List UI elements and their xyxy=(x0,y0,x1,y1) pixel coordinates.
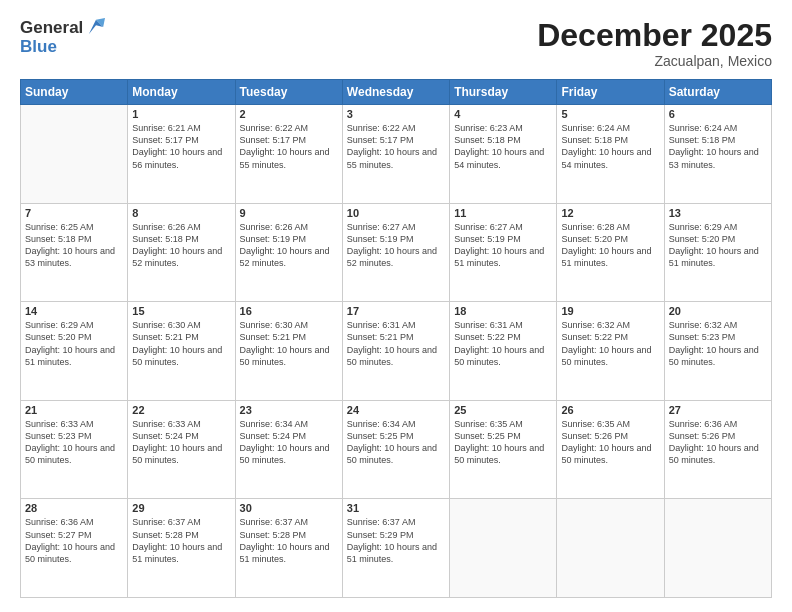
location-subtitle: Zacualpan, Mexico xyxy=(537,53,772,69)
header-saturday: Saturday xyxy=(664,80,771,105)
day-info: Sunrise: 6:36 AMSunset: 5:27 PMDaylight:… xyxy=(25,516,123,565)
day-number: 30 xyxy=(240,502,338,514)
logo: General Blue xyxy=(20,18,105,57)
day-number: 14 xyxy=(25,305,123,317)
day-info: Sunrise: 6:21 AMSunset: 5:17 PMDaylight:… xyxy=(132,122,230,171)
day-info: Sunrise: 6:26 AMSunset: 5:18 PMDaylight:… xyxy=(132,221,230,270)
calendar-week-row: 28Sunrise: 6:36 AMSunset: 5:27 PMDayligh… xyxy=(21,499,772,598)
header-wednesday: Wednesday xyxy=(342,80,449,105)
header-thursday: Thursday xyxy=(450,80,557,105)
day-number: 9 xyxy=(240,207,338,219)
header-monday: Monday xyxy=(128,80,235,105)
day-number: 18 xyxy=(454,305,552,317)
calendar-table: Sunday Monday Tuesday Wednesday Thursday… xyxy=(20,79,772,598)
calendar-week-row: 1Sunrise: 6:21 AMSunset: 5:17 PMDaylight… xyxy=(21,105,772,204)
day-number: 10 xyxy=(347,207,445,219)
day-info: Sunrise: 6:29 AMSunset: 5:20 PMDaylight:… xyxy=(669,221,767,270)
calendar-week-row: 7Sunrise: 6:25 AMSunset: 5:18 PMDaylight… xyxy=(21,203,772,302)
calendar-cell: 21Sunrise: 6:33 AMSunset: 5:23 PMDayligh… xyxy=(21,400,128,499)
calendar-cell: 2Sunrise: 6:22 AMSunset: 5:17 PMDaylight… xyxy=(235,105,342,204)
calendar-week-row: 14Sunrise: 6:29 AMSunset: 5:20 PMDayligh… xyxy=(21,302,772,401)
day-info: Sunrise: 6:22 AMSunset: 5:17 PMDaylight:… xyxy=(347,122,445,171)
calendar-cell: 12Sunrise: 6:28 AMSunset: 5:20 PMDayligh… xyxy=(557,203,664,302)
day-number: 27 xyxy=(669,404,767,416)
day-info: Sunrise: 6:27 AMSunset: 5:19 PMDaylight:… xyxy=(454,221,552,270)
day-info: Sunrise: 6:30 AMSunset: 5:21 PMDaylight:… xyxy=(240,319,338,368)
calendar-cell xyxy=(21,105,128,204)
calendar-cell: 5Sunrise: 6:24 AMSunset: 5:18 PMDaylight… xyxy=(557,105,664,204)
logo-bird-icon xyxy=(87,16,105,38)
day-info: Sunrise: 6:37 AMSunset: 5:29 PMDaylight:… xyxy=(347,516,445,565)
day-info: Sunrise: 6:24 AMSunset: 5:18 PMDaylight:… xyxy=(561,122,659,171)
day-number: 22 xyxy=(132,404,230,416)
calendar-cell: 30Sunrise: 6:37 AMSunset: 5:28 PMDayligh… xyxy=(235,499,342,598)
day-info: Sunrise: 6:33 AMSunset: 5:23 PMDaylight:… xyxy=(25,418,123,467)
day-info: Sunrise: 6:31 AMSunset: 5:22 PMDaylight:… xyxy=(454,319,552,368)
day-number: 19 xyxy=(561,305,659,317)
calendar-cell: 26Sunrise: 6:35 AMSunset: 5:26 PMDayligh… xyxy=(557,400,664,499)
calendar-cell: 18Sunrise: 6:31 AMSunset: 5:22 PMDayligh… xyxy=(450,302,557,401)
header: General Blue December 2025 Zacualpan, Me… xyxy=(20,18,772,69)
month-title: December 2025 xyxy=(537,18,772,53)
calendar-cell: 31Sunrise: 6:37 AMSunset: 5:29 PMDayligh… xyxy=(342,499,449,598)
calendar-cell: 22Sunrise: 6:33 AMSunset: 5:24 PMDayligh… xyxy=(128,400,235,499)
calendar-cell: 29Sunrise: 6:37 AMSunset: 5:28 PMDayligh… xyxy=(128,499,235,598)
day-info: Sunrise: 6:27 AMSunset: 5:19 PMDaylight:… xyxy=(347,221,445,270)
day-number: 11 xyxy=(454,207,552,219)
calendar-cell: 24Sunrise: 6:34 AMSunset: 5:25 PMDayligh… xyxy=(342,400,449,499)
calendar-cell: 7Sunrise: 6:25 AMSunset: 5:18 PMDaylight… xyxy=(21,203,128,302)
calendar-cell: 1Sunrise: 6:21 AMSunset: 5:17 PMDaylight… xyxy=(128,105,235,204)
day-number: 17 xyxy=(347,305,445,317)
day-number: 16 xyxy=(240,305,338,317)
logo-text: General Blue xyxy=(20,18,105,57)
calendar-cell: 23Sunrise: 6:34 AMSunset: 5:24 PMDayligh… xyxy=(235,400,342,499)
header-friday: Friday xyxy=(557,80,664,105)
day-info: Sunrise: 6:24 AMSunset: 5:18 PMDaylight:… xyxy=(669,122,767,171)
calendar-cell: 4Sunrise: 6:23 AMSunset: 5:18 PMDaylight… xyxy=(450,105,557,204)
day-info: Sunrise: 6:28 AMSunset: 5:20 PMDaylight:… xyxy=(561,221,659,270)
day-number: 12 xyxy=(561,207,659,219)
day-info: Sunrise: 6:22 AMSunset: 5:17 PMDaylight:… xyxy=(240,122,338,171)
day-info: Sunrise: 6:35 AMSunset: 5:26 PMDaylight:… xyxy=(561,418,659,467)
day-info: Sunrise: 6:26 AMSunset: 5:19 PMDaylight:… xyxy=(240,221,338,270)
day-info: Sunrise: 6:37 AMSunset: 5:28 PMDaylight:… xyxy=(240,516,338,565)
day-info: Sunrise: 6:25 AMSunset: 5:18 PMDaylight:… xyxy=(25,221,123,270)
logo-blue: Blue xyxy=(20,38,105,57)
day-number: 21 xyxy=(25,404,123,416)
calendar-cell: 27Sunrise: 6:36 AMSunset: 5:26 PMDayligh… xyxy=(664,400,771,499)
day-info: Sunrise: 6:32 AMSunset: 5:22 PMDaylight:… xyxy=(561,319,659,368)
day-info: Sunrise: 6:36 AMSunset: 5:26 PMDaylight:… xyxy=(669,418,767,467)
calendar-cell: 8Sunrise: 6:26 AMSunset: 5:18 PMDaylight… xyxy=(128,203,235,302)
day-info: Sunrise: 6:33 AMSunset: 5:24 PMDaylight:… xyxy=(132,418,230,467)
day-info: Sunrise: 6:35 AMSunset: 5:25 PMDaylight:… xyxy=(454,418,552,467)
day-number: 13 xyxy=(669,207,767,219)
day-number: 7 xyxy=(25,207,123,219)
day-number: 5 xyxy=(561,108,659,120)
day-number: 29 xyxy=(132,502,230,514)
calendar-cell: 11Sunrise: 6:27 AMSunset: 5:19 PMDayligh… xyxy=(450,203,557,302)
day-number: 24 xyxy=(347,404,445,416)
day-number: 28 xyxy=(25,502,123,514)
calendar-cell: 16Sunrise: 6:30 AMSunset: 5:21 PMDayligh… xyxy=(235,302,342,401)
day-info: Sunrise: 6:37 AMSunset: 5:28 PMDaylight:… xyxy=(132,516,230,565)
day-number: 2 xyxy=(240,108,338,120)
day-info: Sunrise: 6:23 AMSunset: 5:18 PMDaylight:… xyxy=(454,122,552,171)
day-number: 1 xyxy=(132,108,230,120)
calendar-cell: 28Sunrise: 6:36 AMSunset: 5:27 PMDayligh… xyxy=(21,499,128,598)
title-block: December 2025 Zacualpan, Mexico xyxy=(537,18,772,69)
day-info: Sunrise: 6:30 AMSunset: 5:21 PMDaylight:… xyxy=(132,319,230,368)
calendar-week-row: 21Sunrise: 6:33 AMSunset: 5:23 PMDayligh… xyxy=(21,400,772,499)
calendar-cell: 15Sunrise: 6:30 AMSunset: 5:21 PMDayligh… xyxy=(128,302,235,401)
day-number: 26 xyxy=(561,404,659,416)
day-number: 3 xyxy=(347,108,445,120)
calendar-cell xyxy=(664,499,771,598)
calendar-cell: 13Sunrise: 6:29 AMSunset: 5:20 PMDayligh… xyxy=(664,203,771,302)
day-number: 25 xyxy=(454,404,552,416)
calendar-cell xyxy=(557,499,664,598)
calendar-cell: 17Sunrise: 6:31 AMSunset: 5:21 PMDayligh… xyxy=(342,302,449,401)
calendar-cell: 9Sunrise: 6:26 AMSunset: 5:19 PMDaylight… xyxy=(235,203,342,302)
calendar-header-row: Sunday Monday Tuesday Wednesday Thursday… xyxy=(21,80,772,105)
day-info: Sunrise: 6:31 AMSunset: 5:21 PMDaylight:… xyxy=(347,319,445,368)
calendar-cell: 3Sunrise: 6:22 AMSunset: 5:17 PMDaylight… xyxy=(342,105,449,204)
header-sunday: Sunday xyxy=(21,80,128,105)
